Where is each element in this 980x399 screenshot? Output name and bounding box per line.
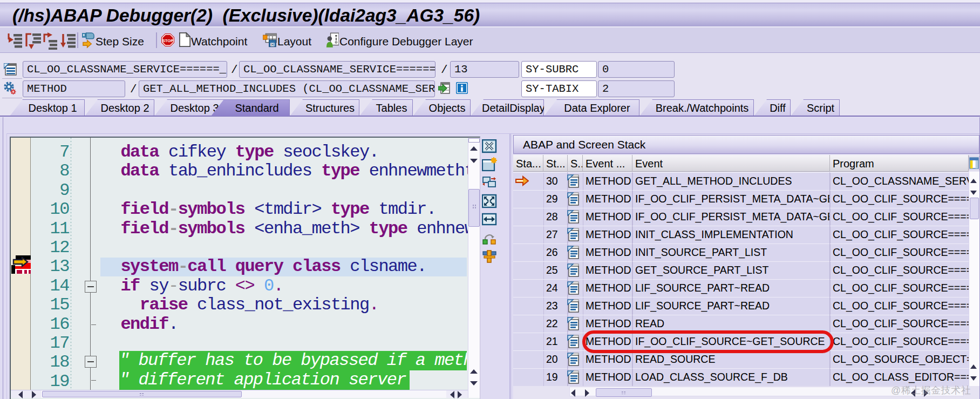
svg-text:H: H	[271, 43, 274, 46]
svg-text:STOP: STOP	[162, 38, 173, 43]
